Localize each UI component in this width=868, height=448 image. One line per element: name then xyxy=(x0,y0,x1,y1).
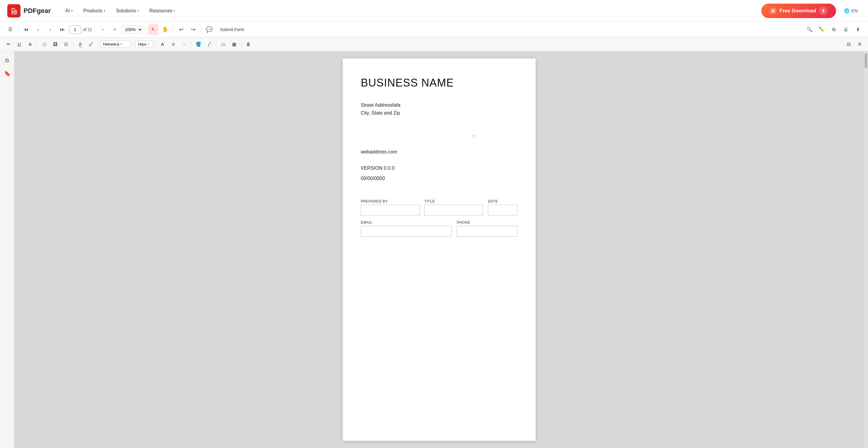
download-icon: ⬇ xyxy=(856,27,860,32)
undo-button[interactable]: ↩ xyxy=(176,24,187,35)
print-button[interactable]: 🖨 xyxy=(840,24,851,35)
search-button[interactable]: 🔍 xyxy=(804,24,815,35)
ai-chevron-icon: ▾ xyxy=(71,9,73,12)
sidebar-bookmarks-button[interactable]: 🔖 xyxy=(2,68,13,79)
first-page-button[interactable]: ⏮ xyxy=(21,24,32,35)
hand-tool-button[interactable]: ✋ xyxy=(160,24,170,35)
bookmark-icon: 🔖 xyxy=(4,70,10,77)
close-edit-toolbar-button[interactable]: ✕ xyxy=(855,39,864,49)
main-area: ⧉ 🔖 BUSINESS NAME Street Addressfafa Cit… xyxy=(0,51,868,448)
border-style-button[interactable]: ▭ xyxy=(218,39,228,49)
nav-products[interactable]: Products ▾ xyxy=(79,6,110,16)
pdf-area[interactable]: BUSINESS NAME Street Addressfafa City, S… xyxy=(14,51,864,448)
zoom-select[interactable]: 100% 75% 125% 150% xyxy=(121,26,143,33)
highlight-button[interactable]: A̲ xyxy=(75,39,85,49)
image-icon: 🖼 xyxy=(53,41,58,47)
divider-1 xyxy=(18,26,19,33)
strikethrough-icon: S xyxy=(29,41,32,47)
image-button[interactable]: 🖼 xyxy=(50,39,60,49)
prev-page-icon: ‹ xyxy=(37,27,39,32)
delete-button[interactable]: 🗑 xyxy=(244,39,253,49)
phone-input[interactable] xyxy=(457,226,518,237)
edit-icon: ✏️ xyxy=(818,27,825,32)
products-chevron-icon: ▾ xyxy=(104,9,105,12)
prepared-by-input[interactable] xyxy=(361,205,420,215)
scrollbar[interactable] xyxy=(864,51,868,448)
email-input[interactable] xyxy=(361,226,452,237)
et-divider-5 xyxy=(155,41,156,48)
solutions-chevron-icon: ▾ xyxy=(137,9,138,12)
hand-icon: ✋ xyxy=(162,26,168,33)
collapse-panel-button[interactable]: ⊟ xyxy=(844,39,854,49)
pdf-page: BUSINESS NAME Street Addressfafa City, S… xyxy=(343,59,535,441)
date-field: DATE xyxy=(488,199,518,215)
nav-ai[interactable]: AI ▾ xyxy=(60,6,77,16)
underline-button[interactable]: U xyxy=(14,39,24,49)
language-button[interactable]: 🌐 EN xyxy=(841,6,861,16)
comment-button[interactable]: 💬 xyxy=(204,24,215,35)
close-icon: ✕ xyxy=(858,41,862,48)
prepared-by-label: PREPARED BY xyxy=(361,199,420,204)
link-button[interactable]: ⬡ xyxy=(39,39,49,49)
logo-link[interactable]: PDF PDFgear xyxy=(7,4,51,18)
next-page-button[interactable]: › xyxy=(45,24,56,35)
nav-resources[interactable]: Resources ▾ xyxy=(145,6,180,16)
nav-right: ⊞ Free Download ⬇ 🌐 EN xyxy=(761,4,861,18)
zoom-in-button[interactable]: + xyxy=(110,24,120,35)
text-color-button[interactable]: A xyxy=(158,39,167,49)
pages-sidebar-icon: ⧉ xyxy=(5,57,9,64)
globe-icon: 🌐 xyxy=(844,8,849,13)
sidebar-toggle-button[interactable]: ☰ xyxy=(5,24,16,35)
resources-chevron-icon: ▾ xyxy=(174,9,175,12)
textbox-icon: ⊡ xyxy=(64,41,68,47)
align-button[interactable]: ≡ xyxy=(168,39,178,49)
et-divider-2 xyxy=(73,41,73,48)
form-row-1: PREPARED BY TITLE DATE xyxy=(361,199,518,215)
redo-button[interactable]: ↪ xyxy=(188,24,198,35)
sidebar-icon: ☰ xyxy=(8,27,12,32)
free-download-button[interactable]: ⊞ Free Download ⬇ xyxy=(761,4,836,18)
border-icon: ▭ xyxy=(221,41,225,47)
more-options-button[interactable]: ··· xyxy=(179,39,189,49)
prev-page-button[interactable]: ‹ xyxy=(33,24,44,35)
annotation-tool-button[interactable]: ↖ xyxy=(148,24,158,35)
sidebar-pages-button[interactable]: ⧉ xyxy=(2,55,13,66)
date-input[interactable] xyxy=(488,205,518,215)
pencil-tool-button[interactable]: ✏ xyxy=(4,39,13,49)
textbox-button[interactable]: ⊡ xyxy=(61,39,71,49)
comment-icon: 💬 xyxy=(206,26,213,33)
submit-form-button[interactable]: Submit Form xyxy=(216,26,248,33)
link-icon: ⬡ xyxy=(42,41,46,47)
underline-icon: U xyxy=(18,41,21,47)
page-total-label: of 21 xyxy=(83,27,92,32)
zoom-out-button[interactable]: − xyxy=(97,24,108,35)
phone-label: PHONE xyxy=(457,220,518,225)
download-button[interactable]: ⬇ xyxy=(852,24,863,35)
windows-icon: ⊞ xyxy=(770,7,776,14)
email-field: EMAIL xyxy=(361,220,452,237)
nav-solutions[interactable]: Solutions ▾ xyxy=(111,6,144,16)
last-page-button[interactable]: ⏭ xyxy=(57,24,68,35)
font-size-select[interactable]: 16px ▾ xyxy=(135,41,153,48)
fill-color-button[interactable]: 🪣 xyxy=(193,39,203,49)
pages-panel-button[interactable]: ⧉ xyxy=(828,24,839,35)
date-label: 00/00/0000 xyxy=(361,176,518,181)
zoom-area: 100% 75% 125% 150% xyxy=(121,26,143,33)
edit-area: ✎ xyxy=(361,131,518,149)
edit-button[interactable]: ✏️ xyxy=(816,24,827,35)
business-name: BUSINESS NAME xyxy=(361,77,518,89)
pages-icon: ⧉ xyxy=(832,27,835,32)
stroke-color-button[interactable]: ╱ xyxy=(204,39,214,49)
pattern-button[interactable]: ▦ xyxy=(229,39,239,49)
pen-button[interactable]: 🖊 xyxy=(86,39,96,49)
strikethrough-button[interactable]: S xyxy=(25,39,35,49)
page-input-area: of 21 xyxy=(69,25,92,34)
page-number-input[interactable] xyxy=(69,25,81,34)
font-select[interactable]: Helvetica ▾ xyxy=(100,41,130,48)
edit-pencil-icon: ✎ xyxy=(472,134,475,139)
et-right: ⊟ ✕ xyxy=(844,39,864,49)
form-section: PREPARED BY TITLE DATE EMAIL xyxy=(361,199,518,237)
web-address: webaddress.com xyxy=(361,149,518,155)
title-input[interactable] xyxy=(424,205,483,215)
scrollbar-thumb[interactable] xyxy=(865,53,867,68)
